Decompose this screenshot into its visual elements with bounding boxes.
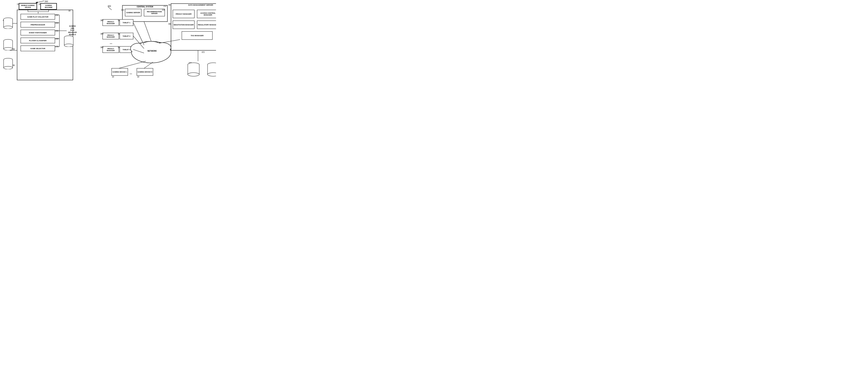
player-classifier-label: PLAYER CLASSIFIER <box>21 38 55 43</box>
regulatory-manager-label: REGULATORY MANAGER <box>197 21 216 29</box>
ellipsis-tablets: ... <box>110 41 112 44</box>
gaming-server-label: GAMING SERVER <box>125 9 141 16</box>
ref-270: 270 <box>56 46 59 48</box>
svg-point-38 <box>131 41 171 63</box>
svg-point-62 <box>4 26 12 29</box>
svg-point-41 <box>141 41 161 50</box>
central-play-1-cylinder <box>187 62 200 76</box>
ref-380-n: 380 <box>100 46 103 48</box>
tablet-2-label: TABLET 2 <box>120 33 133 39</box>
svg-line-51 <box>119 61 146 68</box>
svg-line-46 <box>133 36 144 48</box>
central-system-label: CENTRAL SYSTEM <box>126 6 164 8</box>
access-control-manager-label: ACCESS CONTROL MANAGER <box>197 10 216 18</box>
svg-point-43 <box>132 45 147 54</box>
ref-10-devicen: 10 <box>137 76 139 78</box>
game-play-data-top-cylinder <box>3 39 13 50</box>
privacy-manager-dms-label: PRIVACY MANAGER <box>173 10 194 18</box>
mobile-gaming-device-box: MOBILE GAMING DEVICE <box>19 3 37 9</box>
ref-11-mobile: 11 <box>17 3 19 5</box>
svg-line-49 <box>144 22 151 41</box>
data-management-server-label: DATA MANAGEMENT SERVER <box>173 4 216 6</box>
tablet-1-label: TABLET 1 <box>120 20 133 26</box>
svg-point-72 <box>4 66 12 69</box>
ref-268: 268 <box>56 38 59 40</box>
ref-364: 364 <box>168 4 172 6</box>
ref-262: 262 <box>56 14 59 16</box>
recommendation-server-label: RECOMMENDATION SERVER <box>144 9 165 16</box>
gaming-machine-box: GAMING MACHINE <box>40 3 57 9</box>
ref-368: 368 <box>168 23 172 25</box>
privacy-manager-tablet2-label: PRIVACYMANAGER <box>103 33 119 39</box>
svg-line-47 <box>133 49 144 53</box>
ref-left-main: 10 <box>68 10 70 12</box>
ref-10-device1: 10 <box>112 76 114 78</box>
tablet-n-label: TABLET n <box>120 46 133 53</box>
game-play-collector-label: GAME PLAY COLLECTOR <box>21 14 55 20</box>
ref-266: 266 <box>56 30 59 32</box>
ref-372: 372 <box>202 51 205 53</box>
svg-point-97 <box>188 73 199 76</box>
game-selector-label: GAME SELECTOR <box>21 46 55 51</box>
privacy-manager-tablet1-label: PRIVACYMANAGER <box>103 20 119 26</box>
ref-10-machine: 10 <box>38 3 40 5</box>
game-play-data-bottom-cylinder <box>3 58 13 69</box>
gaming-behavior-label: GAMINGANDPLAYBEHAVIORMODELS <box>66 25 79 36</box>
ref-264: 264 <box>56 22 59 24</box>
svg-line-52 <box>144 62 153 68</box>
ref-216: 216 <box>162 9 165 11</box>
behavior-models-cylinder <box>64 35 74 47</box>
diagram-container: 260 MOBILE GAMING DEVICE 11 GAMING MACHI… <box>0 0 216 94</box>
ellipsis-devices: ... <box>130 72 132 75</box>
svg-line-48 <box>131 22 144 45</box>
svg-line-57 <box>108 7 112 10</box>
svg-line-56 <box>36 1 44 3</box>
network-label: NETWORK <box>144 50 160 52</box>
preprocessor-label: PREPROCESSOR <box>21 22 55 27</box>
ref-260: 260 <box>44 0 48 2</box>
ref-11-tablet2: 11 <box>118 33 120 35</box>
ref-380-2: 380 <box>100 33 103 35</box>
tag-manager-label: TAG MANAGER <box>182 31 212 40</box>
central-play-2-cylinder <box>207 62 216 76</box>
ref-11-tablet1: 11 <box>118 20 120 22</box>
gaming-device-1-label: GAMING DEVICE 1 <box>112 68 128 75</box>
svg-point-77 <box>64 44 73 47</box>
svg-line-45 <box>133 23 144 45</box>
privacy-manager-tabletn-label: PRIVACYMANAGER <box>103 46 119 53</box>
svg-point-102 <box>208 73 216 76</box>
ref-11-tabletn: 11 <box>118 46 120 48</box>
svg-point-67 <box>4 47 12 50</box>
ref-380-1: 380 <box>100 20 103 22</box>
ref-300: 300 <box>107 5 111 7</box>
svg-line-50 <box>159 40 180 43</box>
event-partitioner-label: EVENT PARTITIONER <box>21 30 55 35</box>
ref-212: 212 <box>163 5 166 7</box>
ref-214: 214 <box>121 9 124 11</box>
games-data-cylinder <box>3 17 13 29</box>
negotiation-manager-label: NEGOTIATION MANAGER <box>173 21 194 29</box>
gaming-device-n-label: GAMING DEVICE N <box>137 68 153 75</box>
